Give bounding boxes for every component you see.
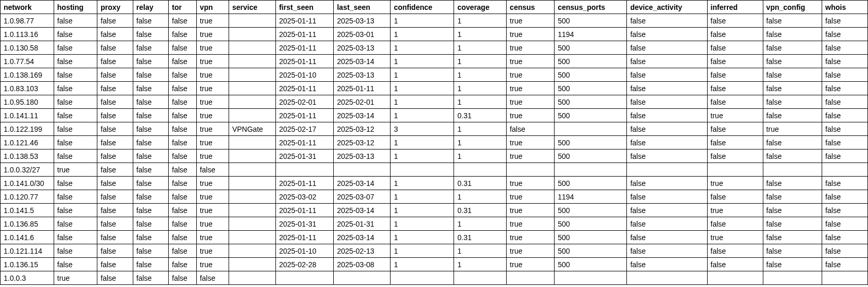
cell-network: 1.0.141.11 [1,109,54,122]
cell-inferred: false [707,28,763,41]
cell-vpn_config: false [763,28,822,41]
cell-device_activity: false [627,190,707,204]
cell-census_ports [555,271,627,285]
col-header-last_seen[interactable]: last_seen [334,1,391,14]
table-row: 1.0.0.32/27truefalsefalsefalsefalse [1,163,868,177]
cell-census_ports: 500 [555,204,627,217]
cell-inferred: false [707,136,763,149]
cell-device_activity: false [627,258,707,271]
col-header-census_ports[interactable]: census_ports [555,1,627,14]
cell-relay: false [133,41,169,55]
cell-hosting: false [54,258,97,271]
cell-hosting: false [54,122,97,136]
col-header-confidence[interactable]: confidence [391,1,454,14]
cell-confidence: 1 [391,28,454,41]
cell-confidence [391,163,454,177]
cell-census_ports: 500 [555,82,627,95]
cell-census_ports: 500 [555,177,627,190]
cell-coverage: 1 [454,28,507,41]
cell-device_activity: false [627,177,707,190]
cell-network: 1.0.95.180 [1,95,54,109]
cell-tor: false [169,231,197,244]
cell-tor: false [169,271,197,285]
cell-hosting: false [54,190,97,204]
cell-service [229,14,275,28]
cell-proxy: false [97,95,133,109]
cell-last_seen: 2025-03-12 [334,136,391,149]
table-row: 1.0.141.11falsefalsefalsefalsetrue2025-0… [1,109,868,122]
cell-proxy: false [97,244,133,258]
table-row: 1.0.122.199falsefalsefalsefalsetrueVPNGa… [1,122,868,136]
cell-coverage: 1 [454,149,507,163]
cell-census: true [507,204,555,217]
cell-first_seen [275,271,333,285]
table-row: 1.0.83.103falsefalsefalsefalsetrue2025-0… [1,82,868,95]
cell-hosting: true [54,163,97,177]
col-header-service[interactable]: service [229,1,275,14]
cell-vpn: true [196,190,229,204]
cell-last_seen: 2025-03-14 [334,204,391,217]
cell-coverage: 1 [454,122,507,136]
cell-service [229,163,275,177]
cell-first_seen: 2025-01-11 [275,136,333,149]
cell-inferred: true [707,177,763,190]
col-header-whois[interactable]: whois [822,1,868,14]
cell-coverage: 1 [454,55,507,68]
cell-last_seen: 2025-03-13 [334,41,391,55]
cell-proxy: false [97,258,133,271]
col-header-first_seen[interactable]: first_seen [275,1,333,14]
col-header-relay[interactable]: relay [133,1,169,14]
cell-hosting: false [54,136,97,149]
cell-vpn_config: false [763,217,822,231]
table-row: 1.0.0.3truefalsefalsefalsefalse [1,271,868,285]
cell-tor: false [169,258,197,271]
cell-inferred: false [707,82,763,95]
cell-proxy: false [97,41,133,55]
cell-vpn: true [196,41,229,55]
col-header-vpn[interactable]: vpn [196,1,229,14]
cell-last_seen: 2025-03-13 [334,68,391,82]
cell-inferred: false [707,14,763,28]
col-header-hosting[interactable]: hosting [54,1,97,14]
cell-device_activity: false [627,231,707,244]
cell-inferred: false [707,95,763,109]
col-header-tor[interactable]: tor [169,1,197,14]
cell-tor: false [169,244,197,258]
cell-coverage: 1 [454,14,507,28]
col-header-coverage[interactable]: coverage [454,1,507,14]
cell-census: true [507,177,555,190]
col-header-inferred[interactable]: inferred [707,1,763,14]
cell-vpn: true [196,28,229,41]
cell-census: true [507,28,555,41]
cell-proxy: false [97,82,133,95]
cell-census_ports: 500 [555,41,627,55]
cell-inferred: true [707,109,763,122]
cell-whois: false [822,14,868,28]
cell-tor: false [169,217,197,231]
cell-network: 1.0.138.53 [1,149,54,163]
cell-confidence: 1 [391,204,454,217]
cell-tor: false [169,82,197,95]
cell-service [229,258,275,271]
cell-vpn_config: false [763,231,822,244]
cell-first_seen: 2025-02-28 [275,258,333,271]
cell-relay: false [133,136,169,149]
cell-whois: false [822,258,868,271]
cell-last_seen: 2025-01-31 [334,217,391,231]
cell-vpn: true [196,109,229,122]
cell-relay: false [133,14,169,28]
col-header-network[interactable]: network [1,1,54,14]
cell-last_seen: 2025-03-14 [334,177,391,190]
col-header-device_activity[interactable]: device_activity [627,1,707,14]
cell-network: 1.0.98.77 [1,14,54,28]
cell-confidence: 1 [391,82,454,95]
cell-vpn_config: false [763,82,822,95]
cell-census_ports: 1194 [555,190,627,204]
cell-hosting: false [54,95,97,109]
cell-inferred: false [707,258,763,271]
col-header-census[interactable]: census [507,1,555,14]
col-header-vpn_config[interactable]: vpn_config [763,1,822,14]
cell-hosting: false [54,149,97,163]
col-header-proxy[interactable]: proxy [97,1,133,14]
cell-tor: false [169,149,197,163]
